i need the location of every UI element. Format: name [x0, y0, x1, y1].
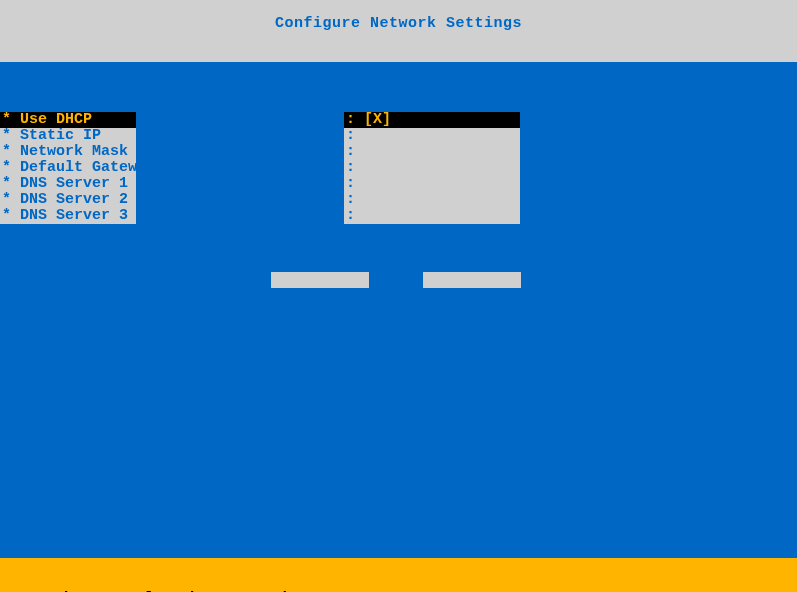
- menu-item-dns-server-1[interactable]: * DNS Server 1: [0, 176, 136, 192]
- value-static-ip[interactable]: :: [344, 128, 520, 144]
- menu-item-network-mask[interactable]: * Network Mask: [0, 144, 136, 160]
- main-area: * Use DHCP * Static IP * Network Mask * …: [0, 62, 797, 558]
- page-title: Configure Network Settings: [275, 15, 522, 32]
- menu-item-dns-server-3[interactable]: * DNS Server 3: [0, 208, 136, 224]
- value-dns-server-3[interactable]: :: [344, 208, 520, 224]
- cancel-button[interactable]: < Cancel >: [423, 272, 521, 288]
- chevron-right-icon: >: [510, 352, 519, 368]
- menu-item-dns-server-2[interactable]: * DNS Server 2: [0, 192, 136, 208]
- menu-item-default-gateway[interactable]: * Default Gateway: [0, 160, 136, 176]
- value-dns-server-2[interactable]: :: [344, 192, 520, 208]
- value-dns-server-1[interactable]: :: [344, 176, 520, 192]
- settings-values: : [X] : : : : : :: [344, 112, 520, 224]
- ok-button[interactable]: < OK >: [271, 272, 369, 288]
- menu-item-static-ip[interactable]: * Static IP: [0, 128, 136, 144]
- chevron-right-icon: >: [358, 352, 367, 368]
- ok-button-label: OK: [271, 320, 369, 336]
- cancel-button-label: Cancel: [423, 320, 521, 336]
- chevron-left-icon: <: [273, 288, 282, 304]
- value-default-gateway[interactable]: :: [344, 160, 520, 176]
- value-network-mask[interactable]: :: [344, 144, 520, 160]
- value-use-dhcp[interactable]: : [X]: [344, 112, 520, 128]
- menu-item-use-dhcp[interactable]: * Use DHCP: [0, 112, 136, 128]
- header-bar: Configure Network Settings: [0, 0, 797, 62]
- settings-menu: * Use DHCP * Static IP * Network Mask * …: [0, 112, 136, 224]
- footer-hint-bar: Spacebar to select between using DHCP or…: [0, 558, 797, 592]
- chevron-left-icon: <: [425, 288, 434, 304]
